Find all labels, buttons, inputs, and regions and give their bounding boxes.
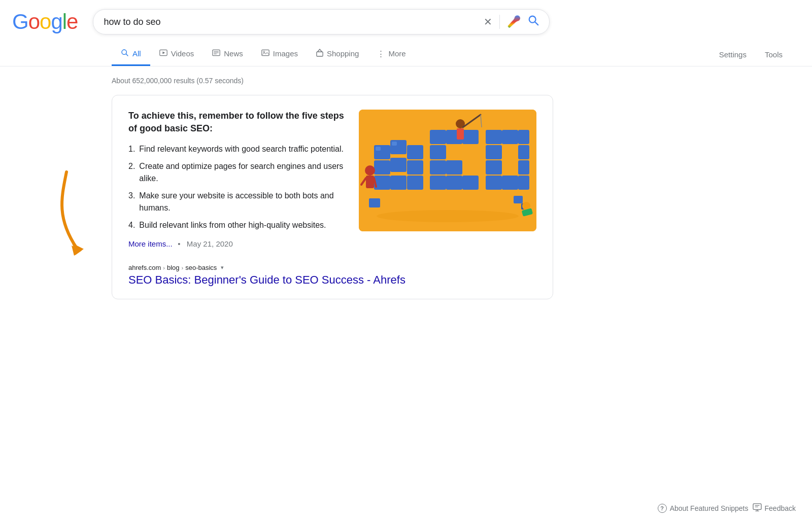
- svg-rect-23: [407, 160, 423, 175]
- logo-l: l: [62, 10, 66, 34]
- svg-rect-30: [430, 130, 446, 144]
- svg-rect-44: [518, 145, 529, 159]
- divider: [499, 15, 500, 29]
- logo-o1: o: [28, 10, 40, 34]
- more-icon: ⋮: [377, 49, 385, 58]
- google-logo: Google: [12, 10, 78, 34]
- bottom-bar: ? About Featured Snippets Feedback: [641, 495, 812, 521]
- search-input[interactable]: [104, 17, 478, 27]
- breadcrumb-sep2: ›: [182, 265, 184, 271]
- clear-icon[interactable]: ✕: [484, 16, 492, 28]
- tab-news[interactable]: News: [203, 42, 252, 65]
- tab-all-label: All: [132, 49, 141, 58]
- feedback-label: Feedback: [765, 504, 796, 512]
- about-snippets-link[interactable]: ? About Featured Snippets: [658, 504, 749, 513]
- breadcrumb-dropdown-icon[interactable]: ▾: [221, 264, 224, 271]
- header: Google ✕ 🎤: [0, 0, 812, 40]
- svg-rect-24: [407, 145, 423, 159]
- svg-rect-12: [317, 52, 323, 56]
- search-icon[interactable]: [528, 15, 539, 29]
- result-title-link[interactable]: SEO Basics: Beginner's Guide to SEO Succ…: [128, 273, 405, 286]
- arrow-annotation: [51, 167, 127, 258]
- svg-rect-42: [518, 176, 529, 190]
- svg-rect-17: [374, 160, 390, 175]
- svg-rect-41: [502, 130, 518, 144]
- snippet-source: ahrefs.com › blog › seo-basics ▾ SEO Bas…: [128, 258, 536, 287]
- svg-rect-20: [390, 158, 407, 172]
- list-item: 2. Create and optimize pages for search …: [128, 160, 347, 185]
- svg-rect-37: [486, 160, 502, 175]
- results-area: About 652,000,000 results (0.57 seconds)…: [0, 66, 609, 299]
- tools-link[interactable]: Tools: [756, 43, 792, 65]
- svg-point-49: [365, 165, 375, 176]
- seo-svg: [359, 110, 536, 231]
- tab-more-label: More: [388, 49, 405, 58]
- search-bar: ✕ 🎤: [93, 9, 550, 34]
- feedback-button[interactable]: Feedback: [753, 503, 796, 513]
- shopping-icon: [316, 49, 323, 58]
- tab-news-label: News: [224, 49, 243, 58]
- svg-rect-25: [376, 147, 381, 151]
- tab-images[interactable]: Images: [252, 42, 307, 65]
- tab-shopping[interactable]: Shopping: [307, 42, 368, 66]
- tab-all[interactable]: All: [112, 42, 150, 66]
- svg-line-3: [126, 54, 128, 56]
- videos-icon: [159, 49, 167, 58]
- svg-rect-40: [502, 176, 518, 190]
- snippet-image: [359, 110, 536, 231]
- about-snippets-label: About Featured Snippets: [670, 504, 749, 512]
- news-icon: [212, 49, 220, 58]
- svg-rect-50: [366, 176, 374, 188]
- nav-tabs: All Videos News I: [0, 40, 812, 66]
- tab-videos[interactable]: Videos: [150, 42, 204, 65]
- svg-marker-5: [162, 52, 165, 54]
- svg-rect-47: [514, 196, 523, 203]
- help-icon: ?: [658, 504, 667, 513]
- svg-line-1: [535, 22, 538, 25]
- snippet-content: To achieve this, remember to follow the …: [128, 110, 536, 249]
- tab-images-label: Images: [273, 49, 298, 58]
- list-text-4: Build relevant links from other high-qua…: [139, 219, 326, 231]
- list-number-3: 3.: [128, 190, 135, 214]
- svg-rect-36: [486, 176, 502, 190]
- svg-rect-32: [446, 160, 462, 175]
- logo-g2: g: [51, 10, 62, 34]
- svg-rect-54: [457, 128, 464, 140]
- svg-point-11: [263, 51, 264, 53]
- featured-snippet: To achieve this, remember to follow the …: [112, 95, 553, 299]
- svg-rect-26: [392, 142, 397, 146]
- svg-rect-22: [407, 176, 423, 190]
- svg-rect-29: [430, 145, 446, 159]
- snippet-title: To achieve this, remember to follow the …: [128, 110, 347, 135]
- snippet-list: 1. Find relevant keywords with good sear…: [128, 143, 347, 231]
- svg-rect-19: [390, 176, 407, 190]
- settings-link[interactable]: Settings: [710, 43, 756, 65]
- svg-point-15: [377, 210, 519, 222]
- snippet-footer: More items... • May 21, 2020: [128, 239, 347, 249]
- svg-rect-31: [446, 176, 462, 190]
- logo-e: e: [66, 10, 78, 34]
- breadcrumb-path1: blog: [167, 264, 180, 271]
- logo-g: G: [12, 10, 28, 34]
- list-item: 3. Make sure your website is accessible …: [128, 190, 347, 214]
- all-icon: [121, 49, 129, 58]
- svg-rect-35: [462, 130, 479, 144]
- breadcrumb: ahrefs.com › blog › seo-basics ▾: [128, 264, 536, 271]
- list-number-4: 4.: [128, 219, 135, 231]
- svg-rect-46: [369, 198, 380, 207]
- svg-rect-28: [430, 160, 446, 175]
- more-items-link[interactable]: More items...: [128, 239, 173, 248]
- svg-rect-27: [430, 176, 446, 190]
- breadcrumb-sep1: ›: [163, 265, 165, 271]
- snippet-text: To achieve this, remember to follow the …: [128, 110, 347, 249]
- svg-marker-13: [72, 246, 82, 256]
- list-number-1: 1.: [128, 143, 135, 155]
- breadcrumb-path2: seo-basics: [185, 264, 217, 271]
- list-item: 1. Find relevant keywords with good sear…: [128, 143, 347, 155]
- list-text-1: Find relevant keywords with good search …: [139, 143, 344, 155]
- svg-rect-39: [486, 130, 502, 144]
- search-icons: ✕ 🎤: [484, 15, 539, 29]
- tab-more[interactable]: ⋮ More: [368, 42, 415, 66]
- mic-icon[interactable]: 🎤: [507, 15, 521, 28]
- list-text-3: Make sure your website is accessible to …: [139, 190, 347, 214]
